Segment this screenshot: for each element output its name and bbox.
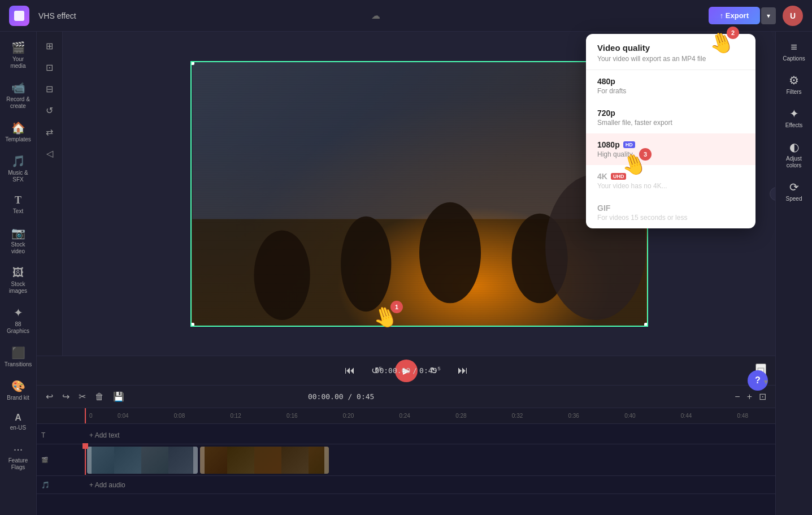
quality-name-720p: 720p bbox=[597, 109, 744, 118]
export-dropdown-button[interactable]: ▾ bbox=[761, 7, 776, 24]
text-icon: T bbox=[15, 194, 21, 206]
resize-handle-tl[interactable] bbox=[190, 61, 194, 65]
timeline-expand-button[interactable]: ▾ bbox=[764, 377, 768, 386]
add-text-button[interactable]: + Add text bbox=[85, 429, 124, 442]
crop-tool[interactable]: ⊡ bbox=[40, 58, 59, 77]
svg-point-3 bbox=[254, 230, 310, 320]
sidebar-item-brand-kit[interactable]: 🎨 Brand kit bbox=[2, 375, 34, 406]
sidebar-label-filters: Filters bbox=[786, 89, 801, 96]
user-avatar[interactable]: U bbox=[783, 6, 803, 26]
export-button[interactable]: ↑ Export bbox=[709, 7, 760, 24]
sidebar-item-music[interactable]: 🎵 Music & SFX bbox=[2, 150, 34, 188]
sidebar-item-stock-video[interactable]: 📷 Stock video bbox=[2, 222, 34, 259]
quality-desc-gif: For videos 15 seconds or less bbox=[597, 214, 744, 222]
delete-button[interactable]: 🗑 bbox=[93, 390, 106, 404]
playhead-handle[interactable] bbox=[82, 443, 88, 449]
sidebar-item-adjust-colors[interactable]: ◐ Adjustcolors bbox=[778, 136, 810, 174]
music-icon: 🎵 bbox=[11, 154, 25, 168]
timeline-total-time: 0:45 bbox=[357, 392, 374, 401]
flip-tool[interactable]: ⇄ bbox=[40, 122, 59, 141]
sidebar-label-text: Text bbox=[13, 208, 23, 215]
quality-option-1080p[interactable]: 1080p HD High quality bbox=[586, 133, 755, 165]
sidebar-item-record[interactable]: 📹 Record &create bbox=[2, 76, 34, 114]
canvas-tools-panel: ⊞ ⊡ ⊟ ↺ ⇄ ◁ bbox=[37, 32, 63, 356]
video-clip-1[interactable] bbox=[87, 447, 198, 474]
topbar: VHS effect ☁ ↑ Export ▾ U bbox=[0, 0, 812, 32]
sidebar-label-stock-images: Stock images bbox=[4, 281, 32, 295]
project-title: VHS effect bbox=[38, 11, 367, 20]
resize-handle-bl[interactable] bbox=[190, 323, 194, 327]
save-button[interactable]: 💾 bbox=[111, 389, 127, 404]
clip-1-left-handle[interactable] bbox=[87, 447, 92, 474]
text-track-label: T bbox=[37, 431, 85, 439]
fit-timeline-button[interactable]: ⊡ bbox=[757, 389, 768, 404]
fit-tool[interactable]: ⊞ bbox=[40, 36, 59, 55]
brand-icon: 🎨 bbox=[11, 379, 25, 393]
media-icon: 🎬 bbox=[11, 41, 25, 54]
sidebar-item-transitions[interactable]: ⬛ Transitions bbox=[2, 341, 34, 373]
sidebar-label-captions: Captions bbox=[783, 55, 805, 62]
sidebar-item-graphics[interactable]: ✦ 88 Graphics bbox=[2, 301, 34, 339]
thumb-6 bbox=[227, 447, 254, 474]
thumb-2 bbox=[114, 447, 141, 474]
templates-icon: 🏠 bbox=[11, 121, 25, 135]
rotate-tool[interactable]: ↺ bbox=[40, 101, 59, 120]
sidebar-item-templates[interactable]: 🏠 Templates bbox=[2, 116, 34, 148]
uhd-badge: UHD bbox=[611, 173, 627, 180]
text-track-content[interactable]: + Add text bbox=[85, 426, 775, 444]
trim-tool[interactable]: ◁ bbox=[40, 144, 59, 163]
filters-icon: ⚙ bbox=[789, 73, 799, 87]
clip-2-right-handle[interactable] bbox=[324, 447, 329, 474]
sidebar-item-stock-images[interactable]: 🖼 Stock images bbox=[2, 262, 34, 299]
clip-1-right-handle[interactable] bbox=[193, 447, 198, 474]
sidebar-item-text[interactable]: T Text bbox=[2, 190, 34, 219]
language-icon: A bbox=[15, 413, 21, 423]
skip-start-button[interactable]: ⏮ bbox=[341, 362, 359, 380]
tick-0-36: 0:36 bbox=[545, 413, 602, 419]
app-logo bbox=[9, 6, 29, 26]
sidebar-item-your-media[interactable]: 🎬 Your media bbox=[2, 36, 34, 74]
sidebar-item-effects[interactable]: ✦ Effects bbox=[778, 102, 810, 133]
playback-controls: ⏮ ↺5 ▶ ↻5 ⏭ 00:00.00 / 0:45 ⊡ bbox=[37, 356, 775, 385]
resize-tool[interactable]: ⊟ bbox=[40, 79, 59, 98]
quality-option-gif[interactable]: GIF For videos 15 seconds or less bbox=[586, 197, 755, 228]
thumb-3 bbox=[141, 447, 168, 474]
quality-option-4k[interactable]: 4K UHD Your video has no 4K... bbox=[586, 165, 755, 197]
text-track: T + Add text bbox=[37, 426, 775, 444]
tick-0-48: 0:48 bbox=[714, 413, 771, 419]
tick-0-16: 0:16 bbox=[264, 413, 320, 419]
sidebar-label-effects: Effects bbox=[785, 122, 802, 129]
sidebar-label-adjust-colors: Adjustcolors bbox=[786, 155, 802, 169]
sidebar-collapse-button[interactable]: ‹ bbox=[770, 187, 775, 201]
cut-button[interactable]: ✂ bbox=[76, 389, 88, 404]
clip-2-left-handle[interactable] bbox=[200, 447, 205, 474]
sidebar-label-graphics: 88 Graphics bbox=[4, 321, 32, 335]
redo-button[interactable]: ↪ bbox=[60, 389, 72, 404]
quality-option-480p[interactable]: 480p For drafts bbox=[586, 70, 755, 102]
timeline-current-time: 00:00.00 bbox=[308, 392, 344, 401]
undo-button[interactable]: ↩ bbox=[44, 389, 55, 404]
video-clip-2[interactable] bbox=[200, 447, 329, 474]
zoom-in-button[interactable]: + bbox=[745, 389, 754, 404]
add-audio-button[interactable]: + Add audio bbox=[85, 479, 130, 491]
zoom-out-button[interactable]: − bbox=[732, 389, 742, 404]
quality-name-gif: GIF bbox=[597, 204, 744, 213]
time-separator: / bbox=[412, 366, 417, 375]
sidebar-item-captions[interactable]: ≡ Captions bbox=[778, 36, 810, 67]
skip-end-button[interactable]: ⏭ bbox=[454, 362, 472, 380]
video-track-content[interactable] bbox=[85, 445, 775, 475]
quality-option-720p[interactable]: 720p Smaller file, faster export bbox=[586, 102, 755, 133]
sidebar-item-feature-flags[interactable]: ··· FeatureFlags bbox=[2, 438, 34, 475]
sidebar-item-language[interactable]: A en-US bbox=[2, 408, 34, 436]
timeline-toolbar: ↩ ↪ ✂ 🗑 💾 00:00.00 / 0:45 − + ⊡ bbox=[37, 386, 775, 408]
quality-name-4k: 4K UHD bbox=[597, 172, 744, 181]
sidebar-item-filters[interactable]: ⚙ Filters bbox=[778, 69, 810, 100]
resize-handle-br[interactable] bbox=[644, 323, 648, 327]
sidebar-item-speed[interactable]: ⟳ Speed bbox=[778, 176, 810, 207]
quality-popup: Video quality Your video will export as … bbox=[586, 34, 755, 228]
audio-track-content[interactable]: + Add audio bbox=[85, 476, 775, 494]
cloud-icon: ☁ bbox=[371, 10, 380, 21]
clip-1-thumbs bbox=[87, 447, 198, 474]
quality-desc-4k: Your video has no 4K... bbox=[597, 182, 744, 190]
tick-0-40: 0:40 bbox=[602, 413, 658, 419]
